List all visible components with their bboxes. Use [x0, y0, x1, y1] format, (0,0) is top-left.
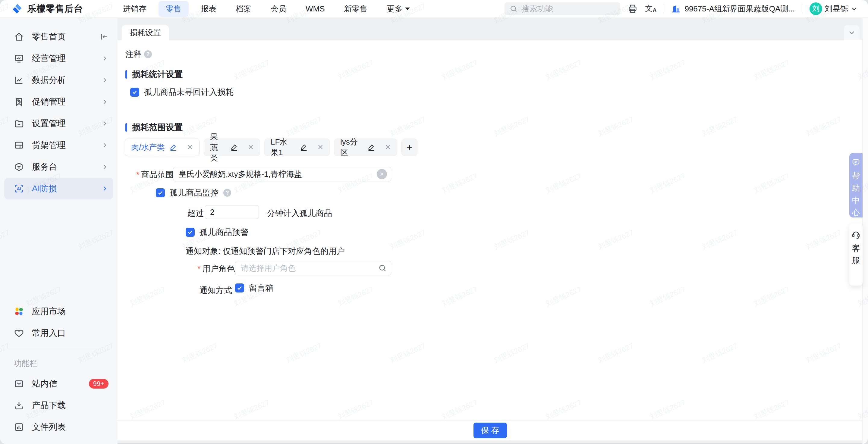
add-category-tab-button[interactable]: + [401, 138, 417, 156]
menu-item-inventory[interactable]: 进销存 [116, 1, 154, 17]
user-menu[interactable]: 刘 刘昱铄 [809, 2, 858, 15]
checkbox-label: 孤儿商品未寻回计入损耗 [144, 87, 234, 98]
menu-item-retail[interactable]: 零售 [158, 1, 189, 17]
edit-icon[interactable] [367, 144, 375, 151]
checkbox-checked[interactable] [186, 228, 195, 237]
edit-icon[interactable] [169, 144, 177, 151]
sidebar-item-shelf-mgmt[interactable]: 货架管理 [0, 134, 118, 156]
sidebar-item-label: 数据分析 [32, 74, 66, 86]
chevron-right-icon [101, 98, 108, 106]
tabbar-collapse-button[interactable] [844, 25, 860, 40]
sidebar-item-favorites[interactable]: 常用入口 [0, 322, 118, 344]
chevron-right-icon [101, 120, 108, 127]
minutes-field [205, 205, 259, 219]
category-tabs: 肉/水产类 ✕ 果蔬类 ✕ LF水果1 ✕ l [125, 138, 417, 156]
chevron-right-icon [101, 163, 108, 171]
search-placeholder: 搜索功能 [521, 4, 553, 14]
help-question-icon[interactable]: ? [223, 189, 231, 197]
avatar: 刘 [809, 2, 822, 15]
role-select-input[interactable] [235, 261, 391, 275]
minutes-input[interactable] [205, 205, 259, 219]
home-icon [14, 32, 24, 42]
close-icon[interactable]: ✕ [248, 143, 254, 152]
tenant-name: 99675-A组新界面果蔬版QA测... [684, 4, 795, 14]
sidebar-item-data-analysis[interactable]: 数据分析 [0, 69, 118, 91]
sidebar-item-label: 产品下载 [32, 400, 66, 411]
mail-icon [14, 379, 24, 389]
category-tab-produce[interactable]: 果蔬类 ✕ [204, 138, 260, 156]
scope-field: ✕ [173, 167, 391, 181]
orphan-monitor-row[interactable]: 孤儿商品监控 ? [156, 187, 231, 198]
sidebar-item-inbox[interactable]: 站内信 99+ [0, 373, 118, 394]
sidebar-item-label: AI防损 [32, 183, 57, 194]
navbar-right: 搜索功能 文A 99675-A组新界面果蔬版QA测... [504, 2, 858, 15]
printer-icon[interactable] [627, 4, 638, 14]
shelf-icon [14, 140, 24, 150]
checkbox-checked[interactable] [156, 188, 165, 197]
divider [8, 349, 110, 349]
clear-icon[interactable]: ✕ [377, 169, 387, 179]
sidebar-item-app-market[interactable]: 应用市场 [0, 300, 118, 322]
menu-item-reports[interactable]: 报表 [193, 1, 224, 17]
scrollbar[interactable] [862, 18, 868, 444]
help-question-icon[interactable]: ? [144, 50, 152, 58]
orphan-stat-checkbox-row[interactable]: 孤儿商品未寻回计入损耗 [130, 87, 234, 98]
note-row: 注释 ? [125, 49, 152, 60]
close-icon[interactable]: ✕ [385, 143, 391, 152]
search-icon [509, 4, 518, 13]
help-center-tab[interactable]: 帮助中心 [849, 153, 863, 218]
analytics-icon [14, 75, 24, 85]
orphan-warn-row[interactable]: 孤儿商品预警 [186, 227, 248, 237]
ai-icon: AI [14, 184, 24, 194]
main-menu: 进销存 零售 报表 档案 会员 WMS 新零售 更多 [116, 1, 417, 17]
menu-item-more[interactable]: 更多 [380, 1, 417, 17]
tab-loss-settings[interactable]: 损耗设置 [122, 25, 169, 40]
sidebar-item-label: 常用入口 [32, 327, 66, 339]
menu-item-new-retail[interactable]: 新零售 [337, 1, 375, 17]
sidebar-item-product-download[interactable]: 产品下载 [0, 394, 118, 416]
sidebar-item-file-list[interactable]: 文件列表 [0, 416, 118, 438]
translate-icon[interactable]: 文A [645, 4, 656, 13]
save-button[interactable]: 保存 [473, 423, 507, 438]
app-window: 乐檬零售后台 进销存 零售 报表 档案 会员 WMS 新零售 更多 搜索功能 [0, 0, 868, 444]
scope-input[interactable] [173, 167, 391, 181]
sidebar-item-service-desk[interactable]: 服务台 [0, 156, 118, 178]
section-label: 功能栏 [0, 354, 118, 373]
chat-icon [851, 158, 861, 167]
sidebar-item-business-mgmt[interactable]: 经营管理 [0, 47, 118, 69]
sidebar: 零售首页 经营管理 数据分析 [0, 18, 118, 444]
edit-icon[interactable] [230, 144, 238, 151]
category-tab-lf-fruit[interactable]: LF水果1 ✕ [264, 138, 330, 156]
customer-service-button[interactable]: 客服 [849, 223, 863, 286]
method-label: 通知方式 [199, 285, 232, 296]
sidebar-item-label: 服务台 [32, 161, 57, 172]
menu-item-archives[interactable]: 档案 [228, 1, 258, 17]
sidebar-item-home[interactable]: 零售首页 [0, 26, 118, 47]
menu-item-wms[interactable]: WMS [299, 1, 332, 16]
chevron-right-icon [101, 76, 108, 84]
close-icon[interactable]: ✕ [317, 143, 323, 152]
notify-note: 通知对象: 仅通知预警门店下对应角色的用户 [186, 246, 345, 257]
collapse-sidebar-icon[interactable] [99, 32, 108, 41]
sidebar-item-ai-loss-prevention[interactable]: AI AI防损 [4, 178, 113, 199]
close-icon[interactable]: ✕ [187, 143, 193, 152]
checkbox-checked[interactable] [235, 283, 244, 292]
sidebar-item-promotion-mgmt[interactable]: 促销管理 [0, 91, 118, 113]
checkbox-label: 孤儿商品预警 [199, 227, 248, 237]
file-list-icon [14, 422, 24, 432]
unread-badge: 99+ [89, 379, 108, 388]
checkbox-checked[interactable] [130, 88, 139, 97]
search-input[interactable]: 搜索功能 [504, 2, 620, 15]
chevron-down-icon [850, 5, 858, 12]
required-asterisk: * [197, 264, 201, 273]
menu-item-members[interactable]: 会员 [264, 1, 293, 17]
category-tab-meat-seafood[interactable]: 肉/水产类 ✕ [125, 138, 199, 156]
sidebar-item-label: 站内信 [32, 378, 57, 389]
customer-service-label: 客服 [852, 242, 860, 266]
mailbox-row[interactable]: 留言箱 [235, 283, 273, 293]
edit-icon[interactable] [300, 144, 308, 151]
tenant-switcher[interactable]: 99675-A组新界面果蔬版QA测... [671, 4, 795, 14]
sidebar-item-settings-mgmt[interactable]: 设置管理 [0, 113, 118, 134]
service-box-icon [14, 162, 24, 172]
category-tab-lys-zone[interactable]: lys分区 ✕ [334, 138, 397, 156]
